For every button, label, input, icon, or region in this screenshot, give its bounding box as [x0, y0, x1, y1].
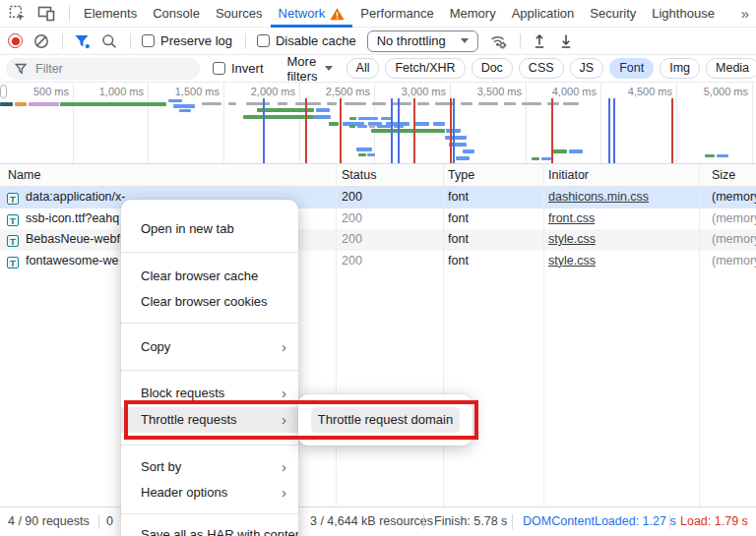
table-row[interactable]: Tssb-icon.ttf?eahq200fontfront.css(memor…: [0, 208, 756, 230]
tab-elements[interactable]: Elements: [76, 0, 145, 28]
initiator-link[interactable]: front.css: [548, 208, 595, 230]
timeline-overview[interactable]: 500 ms1,000 ms1,500 ms2,000 ms2,500 ms3,…: [0, 83, 756, 164]
tab-memory[interactable]: Memory: [442, 0, 504, 28]
preserve-log-checkbox[interactable]: [142, 34, 155, 47]
table-header: Name Status Type Initiator Size: [0, 164, 756, 187]
chip-font[interactable]: Font: [609, 58, 654, 79]
chip-img[interactable]: Img: [660, 58, 700, 79]
dcl-event-line: [613, 98, 615, 163]
timeline-tick-label: 1,000 ms: [71, 86, 144, 97]
inspect-element-icon[interactable]: [9, 5, 26, 22]
menu-separator: [121, 445, 298, 446]
status-cell: 200: [342, 229, 362, 251]
divider: [130, 33, 131, 49]
waterfall-bar: [413, 122, 429, 126]
menu-item-block-requests[interactable]: Block requests›: [121, 381, 298, 406]
filter-icon[interactable]: [74, 33, 91, 49]
devtools-tab-bar: ElementsConsoleSourcesNetworkPerformance…: [0, 0, 756, 28]
load-event-line: [413, 98, 415, 163]
waterfall-bar: [369, 125, 375, 128]
column-header-initiator[interactable]: Initiator: [548, 164, 589, 187]
timeline-tick-label: 500 ms: [0, 86, 69, 97]
waterfall-bar: [461, 102, 472, 105]
menu-item-clear-browser-cache[interactable]: Clear browser cache: [121, 264, 298, 289]
waterfall-bar: [278, 102, 287, 105]
table-row[interactable]: Tdata:application/x-200fontdashicons.min…: [0, 187, 756, 208]
waterfall-bar: [329, 122, 339, 126]
status-bar: 4 / 90 requests 0 3 / 4,644 kB resources…: [0, 506, 756, 536]
table-row[interactable]: Tfontawesome-we200fontstyle.css(memory c…: [0, 251, 756, 272]
menu-item-clear-browser-cookies[interactable]: Clear browser cookies: [121, 289, 298, 315]
domcontentloaded-time: DOMContentLoaded: 1.27 s: [523, 507, 676, 536]
throttling-select[interactable]: No throttling: [367, 30, 478, 52]
filter-input[interactable]: [33, 61, 191, 77]
import-har-icon[interactable]: [532, 32, 547, 49]
waterfall-bar: [173, 104, 195, 108]
menu-item-throttle-requests[interactable]: Throttle requests›: [121, 407, 298, 433]
submenu-arrow-icon: ›: [282, 334, 286, 359]
waterfall-bar: [29, 102, 59, 106]
export-har-icon[interactable]: [558, 32, 574, 49]
menu-item-open-in-new-tab[interactable]: Open in new tab: [121, 216, 298, 242]
menu-item-label: Clear browser cache: [141, 268, 258, 283]
throttle-submenu: Throttle request domain: [298, 394, 472, 446]
timeline-tick-label: 4,500 ms: [599, 86, 672, 97]
waterfall-bar: [433, 122, 445, 126]
tab-label: Sources: [216, 6, 263, 21]
tab-network[interactable]: Network: [271, 0, 353, 28]
menu-separator: [121, 370, 298, 371]
menu-item-throttle-request-domain[interactable]: Throttle request domain: [311, 407, 460, 433]
tab-sources[interactable]: Sources: [208, 0, 271, 28]
waterfall-bar: [15, 102, 27, 106]
more-tabs-icon[interactable]: »: [734, 0, 756, 27]
initiator-link[interactable]: style.css: [548, 229, 596, 251]
column-header-name[interactable]: Name: [8, 164, 40, 187]
more-filters-button[interactable]: More filters: [287, 54, 333, 84]
chip-doc[interactable]: Doc: [472, 58, 513, 79]
initiator-link[interactable]: dashicons.min.css: [548, 187, 649, 208]
chip-media[interactable]: Media: [706, 58, 756, 79]
tab-application[interactable]: Application: [504, 0, 583, 28]
menu-item-label: Throttle requests: [141, 412, 237, 427]
device-toolbar-icon[interactable]: [37, 5, 55, 22]
request-name-cell: Tfontawesome-we: [7, 251, 119, 272]
tab-performance[interactable]: Performance: [352, 0, 441, 28]
waterfall-bar: [547, 102, 559, 105]
network-conditions-icon[interactable]: [489, 32, 507, 49]
request-name-cell: Tdata:application/x-: [7, 187, 125, 208]
waterfall-bar: [551, 149, 567, 153]
waterfall-bar: [228, 102, 236, 105]
size-cell: (memory cache): [712, 251, 756, 272]
chip-all[interactable]: All: [346, 58, 380, 79]
menu-item-sort-by[interactable]: Sort by›: [121, 454, 298, 480]
column-header-type[interactable]: Type: [448, 164, 474, 187]
tab-lighthouse[interactable]: Lighthouse: [644, 0, 723, 28]
waterfall-bar: [445, 136, 467, 140]
column-header-size[interactable]: Size: [712, 164, 735, 187]
invert-checkbox[interactable]: [213, 62, 225, 75]
menu-item-header-options[interactable]: Header options›: [121, 480, 298, 506]
dcl-event-line: [398, 98, 400, 163]
chip-fetch-xhr[interactable]: Fetch/XHR: [385, 58, 465, 79]
initiator-link[interactable]: style.css: [548, 251, 596, 272]
chip-js[interactable]: JS: [570, 58, 604, 79]
search-icon[interactable]: [101, 33, 117, 49]
waterfall-bar: [504, 102, 516, 105]
dcl-event-line: [453, 98, 455, 163]
waterfall-bar: [569, 149, 583, 153]
record-network-log-button[interactable]: [8, 33, 23, 48]
menu-item-save-all-as-har-with-content[interactable]: Save all as HAR with content: [121, 522, 298, 536]
disable-cache-checkbox[interactable]: [257, 34, 270, 47]
requests-table: Name Status Type Initiator Size Tdata:ap…: [0, 164, 756, 506]
chip-css[interactable]: CSS: [519, 58, 564, 79]
clear-network-log-button[interactable]: [33, 33, 49, 49]
table-row[interactable]: TBebasNeue-webf200fontstyle.css(memory c…: [0, 229, 756, 251]
column-header-status[interactable]: Status: [342, 164, 376, 187]
waterfall-bar: [478, 102, 498, 105]
timeline-tick-label: 2,000 ms: [222, 86, 295, 97]
tab-security[interactable]: Security: [582, 0, 644, 28]
network-filter-bar: Invert More filters AllFetch/XHRDocCSSJS…: [0, 55, 756, 83]
tab-console[interactable]: Console: [145, 0, 208, 28]
invert-label: Invert: [231, 61, 264, 76]
menu-item-copy[interactable]: Copy›: [121, 334, 298, 360]
